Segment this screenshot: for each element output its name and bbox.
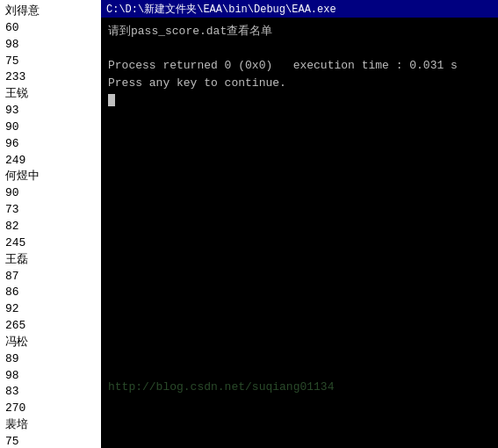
sidebar-item: 98 [5,37,96,54]
sidebar-item: 王磊 [5,252,96,269]
sidebar-item: 冯松 [5,335,96,351]
sidebar-item: 92 [5,301,96,318]
terminal-wrapper: C:\D:\新建文件夹\EAA\bin\Debug\EAA.exe 请到pass… [101,0,498,448]
sidebar-item: 刘得意 [5,4,96,20]
watermark: http://blog.csdn.net/suqiang01134 [108,379,334,396]
sidebar-item: 86 [5,285,96,301]
sidebar-item: 233 [5,69,96,86]
terminal-cursor [108,94,115,106]
sidebar-item: 75 [5,434,96,448]
title-bar: C:\D:\新建文件夹\EAA\bin\Debug\EAA.exe [101,0,498,18]
title-bar-text: C:\D:\新建文件夹\EAA\bin\Debug\EAA.exe [106,2,336,17]
sidebar-item: 270 [5,401,96,417]
sidebar-item: 245 [5,235,96,252]
sidebar-item: 90 [5,185,96,202]
sidebar-item: 89 [5,351,96,368]
sidebar-item: 60 [5,20,96,37]
sidebar-item: 90 [5,119,96,136]
terminal-screen[interactable]: 请到pass_score.dat查看名单 Process returned 0 … [101,18,498,448]
sidebar-item: 73 [5,202,96,219]
terminal-line: Process returned 0 (0x0) execution time … [108,57,491,75]
sidebar-content: 刘得意609875233王锐939096249何煜中907382245王磊878… [5,4,96,448]
terminal-line [108,40,491,58]
sidebar-item: 83 [5,384,96,401]
sidebar-item: 98 [5,368,96,385]
sidebar-item: 249 [5,153,96,170]
sidebar-item: 96 [5,136,96,153]
sidebar-item: 王锐 [5,86,96,103]
terminal-lines: 请到pass_score.dat查看名单 Process returned 0 … [108,23,491,109]
sidebar-item: 何煜中 [5,169,96,185]
sidebar-item: 82 [5,219,96,235]
sidebar: 刘得意609875233王锐939096249何煜中907382245王磊878… [0,0,101,448]
sidebar-item: 265 [5,318,96,335]
terminal-line: Press any key to continue. [108,75,491,92]
terminal-cursor-line [108,91,491,109]
terminal-line: 请到pass_score.dat查看名单 [108,23,491,40]
sidebar-item: 87 [5,269,96,285]
sidebar-item: 75 [5,54,96,70]
sidebar-item: 裴培 [5,417,96,434]
sidebar-item: 93 [5,103,96,119]
